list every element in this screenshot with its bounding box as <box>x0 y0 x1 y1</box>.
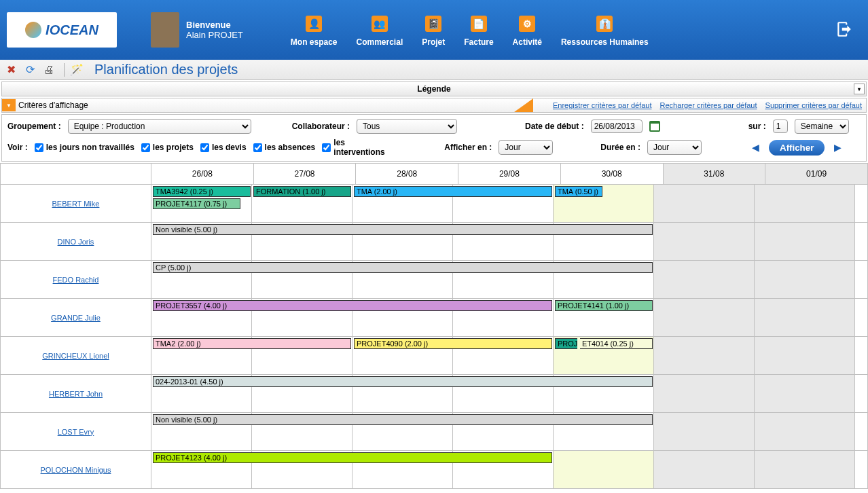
row-area: Non visible (5.00 j) <box>151 223 867 261</box>
criteria-bar: ▼ Critères d'affichage Enregistrer critè… <box>1 98 867 113</box>
nav-label: Ressources Humaines <box>561 37 649 47</box>
logo[interactable]: IOCEAN <box>7 12 117 48</box>
planning-row: GRINCHEUX LionelTMA2 (2.00 j)PROJET4090 … <box>1 337 868 375</box>
close-button[interactable]: ✖ <box>4 63 18 77</box>
person-link[interactable]: HERBERT John <box>49 390 103 398</box>
planning-row: FEDO RachidCP (5.00 j) <box>1 261 868 299</box>
nav-commercial[interactable]: 👥Commercial <box>357 13 403 47</box>
grouping-select[interactable]: Equipe : Production <box>68 119 251 134</box>
person-link[interactable]: DINO Joris <box>58 238 94 246</box>
nav-label: Mon espace <box>291 37 338 47</box>
row-area: PROJET4123 (4.00 j) <box>151 451 867 489</box>
collaborator-select[interactable]: Tous <box>357 119 457 134</box>
logout-button[interactable] <box>835 20 854 39</box>
separator <box>64 63 65 77</box>
person-link[interactable]: BEBERT Mike <box>52 200 100 208</box>
chk-interventions-input[interactable] <box>322 143 331 152</box>
user-name: Alain PROJET <box>186 30 243 40</box>
chk-absences[interactable]: les absences <box>253 143 316 152</box>
task-bar[interactable]: TMA (0.50 j) <box>555 186 602 197</box>
day-cell-bg <box>654 223 755 260</box>
project-icon: 📓 <box>425 16 441 32</box>
main-header: IOCEAN Bienvenue Alain PROJET 👤Mon espac… <box>0 0 868 60</box>
day-cell-bg <box>755 375 855 412</box>
task-bar[interactable]: PROJ <box>555 338 577 349</box>
wand-button[interactable]: 🪄 <box>70 63 84 77</box>
nav-label: Facture <box>464 37 493 47</box>
name-cell: LOST Evry <box>1 413 151 451</box>
task-bar[interactable]: Non visible (5.00 j) <box>153 224 653 235</box>
link-delete-criteria[interactable]: Supprimer critères par défaut <box>765 101 862 109</box>
name-cell: DINO Joris <box>1 223 151 261</box>
avatar[interactable] <box>151 12 179 48</box>
grouping-label: Groupement : <box>7 122 61 131</box>
nav-facture[interactable]: 📄Facture <box>464 13 493 47</box>
display-button[interactable]: Afficher <box>769 140 825 156</box>
print-button[interactable]: 🖨 <box>42 63 56 77</box>
day-cell-bg <box>654 375 755 412</box>
duration-in-select[interactable]: Jour <box>647 140 702 155</box>
day-cell-bg <box>755 185 855 222</box>
task-bar[interactable]: ET4014 (0.25 j) <box>580 338 653 349</box>
chk-quotes[interactable]: les devis <box>200 143 247 152</box>
task-bar[interactable]: PROJET4117 (0.75 j) <box>153 198 240 209</box>
task-bar[interactable]: PROJET4123 (4.00 j) <box>153 452 552 463</box>
task-bar[interactable]: PROJET3557 (4.00 j) <box>153 300 552 311</box>
chk-interventions[interactable]: les interventions <box>322 138 397 157</box>
task-bar[interactable]: 024-2013-01 (4.50 j) <box>153 376 653 387</box>
nav-label: Projet <box>422 37 445 47</box>
nav-mon-espace[interactable]: 👤Mon espace <box>291 13 338 47</box>
chk-projects[interactable]: les projets <box>141 143 194 152</box>
prev-arrow[interactable]: ◀ <box>749 142 762 153</box>
logout-icon <box>835 20 853 38</box>
day-cell-bg <box>755 223 855 260</box>
header-day-col: 30/08 <box>560 164 663 185</box>
next-arrow[interactable]: ▶ <box>831 142 844 153</box>
start-date-input[interactable] <box>591 120 643 133</box>
task-bar[interactable]: PROJET4141 (1.00 j) <box>555 300 653 311</box>
task-bar[interactable]: FORMATION (1.00 j) <box>253 186 351 197</box>
chk-nonworked-input[interactable] <box>35 143 43 152</box>
nav-projet[interactable]: 📓Projet <box>422 13 445 47</box>
chk-nonworked[interactable]: les jours non travaillés <box>35 143 134 152</box>
filters-panel: Groupement : Equipe : Production Collabo… <box>1 114 867 162</box>
legend-expand-button[interactable]: ▾ <box>854 84 865 94</box>
link-save-criteria[interactable]: Enregistrer critères par défaut <box>553 101 652 109</box>
calendar-icon[interactable] <box>649 121 660 132</box>
nav-activite[interactable]: ⚙Activité <box>513 13 542 47</box>
logo-text: IOCEAN <box>46 22 98 38</box>
person-link[interactable]: GRINCHEUX Lionel <box>42 352 109 360</box>
link-reload-criteria[interactable]: Recharger critères par défaut <box>659 101 757 109</box>
day-cell-bg <box>654 261 755 298</box>
task-bar[interactable]: CP (5.00 j) <box>153 262 653 273</box>
group-icon: 👥 <box>372 16 388 32</box>
name-cell: GRINCHEUX Lionel <box>1 337 151 375</box>
nav-rh[interactable]: 👔Ressources Humaines <box>561 13 649 47</box>
decoration <box>514 98 533 112</box>
name-cell: GRANDE Julie <box>1 299 151 337</box>
task-bar[interactable]: TMA2 (2.00 j) <box>153 338 351 349</box>
header-day-col: 29/08 <box>458 164 561 185</box>
day-cell-bg <box>654 337 755 374</box>
user-icon: 👤 <box>306 16 322 32</box>
task-bar[interactable]: Non visible (5.00 j) <box>153 414 653 425</box>
row-area: Non visible (5.00 j) <box>151 413 867 451</box>
person-link[interactable]: POLOCHON Minigus <box>41 466 111 474</box>
refresh-button[interactable]: ⟳ <box>23 63 37 77</box>
over-input[interactable] <box>773 120 788 133</box>
person-link[interactable]: LOST Evry <box>58 428 94 436</box>
person-link[interactable]: FEDO Rachid <box>53 276 99 284</box>
person-link[interactable]: GRANDE Julie <box>51 314 101 322</box>
day-cell-bg <box>654 413 755 450</box>
task-bar[interactable]: TMA (2.00 j) <box>354 186 552 197</box>
chk-absences-input[interactable] <box>253 143 262 152</box>
task-bar[interactable]: TMA3942 (0.25 j) <box>153 186 251 197</box>
task-bar[interactable]: PROJET4090 (2.00 j) <box>354 338 552 349</box>
criteria-toggle[interactable]: ▼ <box>2 99 16 111</box>
display-in-select[interactable]: Jour <box>499 140 553 155</box>
hr-icon: 👔 <box>596 16 613 32</box>
chk-quotes-input[interactable] <box>200 143 209 152</box>
over-unit-select[interactable]: Semaine <box>795 119 849 134</box>
chk-projects-input[interactable] <box>141 143 150 152</box>
legend-bar[interactable]: Légende ▾ <box>1 81 867 96</box>
